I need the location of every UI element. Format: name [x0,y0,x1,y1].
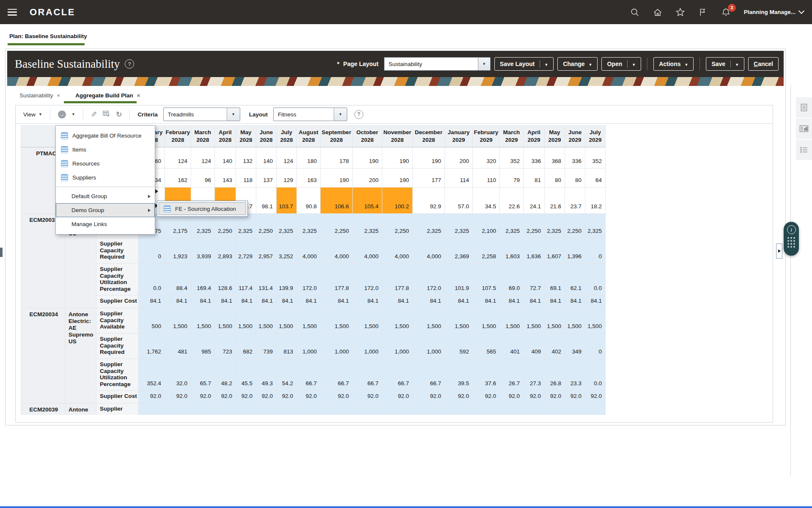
grid-cell[interactable] [256,403,277,415]
grid-cell[interactable]: 84.1 [500,295,524,308]
assistant-widget[interactable] [784,222,799,256]
grid-cell[interactable]: 2,325 [353,214,382,238]
grid-cell[interactable] [139,403,165,415]
grid-cell[interactable]: 1,500 [545,308,565,334]
grid-cell[interactable]: 92.0 [500,391,524,403]
grid-cell[interactable]: 92.0 [191,391,215,403]
grid-cell[interactable]: 32.0 [165,359,191,391]
column-header-month[interactable]: June2028 [256,126,277,147]
grid-cell[interactable]: 0 [585,334,606,359]
grid-cell[interactable]: 1,607 [545,238,565,264]
grid-cell[interactable]: 2,250 [382,214,413,238]
grid-cell[interactable] [353,403,382,415]
grid-cell[interactable]: 200 [353,168,382,188]
grid-cell[interactable] [297,403,321,415]
grid-cell[interactable] [500,403,524,415]
grid-cell[interactable]: 2,250 [565,214,585,238]
grid-cell[interactable]: 163 [297,168,321,188]
menu-item-demo-group[interactable]: Demo Group [56,203,155,217]
grid-cell[interactable]: 1,000 [353,334,382,359]
grid-cell[interactable]: 118 [236,168,256,188]
change-button[interactable]: Change [557,57,598,71]
grid-cell[interactable]: 54.2 [277,359,297,391]
grid-cell[interactable]: 84.1 [585,295,606,308]
layout-select[interactable]: Fitness [273,108,347,121]
grid-cell[interactable]: 92.0 [256,391,277,403]
grid-cell[interactable]: 2,325 [191,214,215,238]
grid-cell[interactable]: 409 [524,334,545,359]
column-header-month[interactable]: June2029 [565,126,585,147]
grid-cell[interactable]: 84.1 [565,295,585,308]
navigation-menu-icon[interactable] [8,9,17,16]
left-splitter-handle[interactable] [0,248,3,257]
grid-cell[interactable]: 1,000 [321,334,353,359]
dropdown-caret-icon[interactable] [227,108,240,121]
row-expand-arrow-icon[interactable] [155,189,158,193]
grid-cell[interactable]: 1,500 [473,308,500,334]
grid-cell[interactable]: 110 [473,168,500,188]
grid-cell[interactable]: 1,000 [382,334,413,359]
grid-cell[interactable]: 1,636 [524,238,545,264]
grid-cell[interactable]: 1,500 [277,308,297,334]
grid-cell[interactable]: 92.0 [413,391,445,403]
column-header-month[interactable]: February2028 [165,126,191,147]
grid-cell[interactable] [445,403,473,415]
column-header-month[interactable]: March2029 [500,126,524,147]
grid-cell[interactable]: 81 [524,168,545,188]
grid-cell[interactable]: 2,325 [236,214,256,238]
grid-cell[interactable]: 177.8 [382,264,413,295]
grid-cell[interactable]: 23.3 [565,359,585,391]
grid-cell[interactable]: 92.0 [445,391,473,403]
grid-cell[interactable]: 131.4 [256,264,277,295]
grid-cell[interactable]: 84.1 [191,295,215,308]
tab-aggregate-build-plan[interactable]: Aggregate Build Plan [75,92,140,99]
page-layout-select[interactable]: Sustainability [384,57,491,71]
grid-cell[interactable]: 90.8 [297,188,321,214]
grid-cell[interactable]: 2,893 [215,238,236,264]
grid-cell[interactable]: 1,000 [297,334,321,359]
grid-cell[interactable]: 106.6 [321,188,353,214]
grid-cell[interactable]: 177 [413,168,445,188]
grid-cell[interactable]: 84.1 [139,295,165,308]
column-header-month[interactable]: October2028 [353,126,382,147]
cancel-button[interactable]: Cancel [748,57,779,71]
measure-cell[interactable]: Supplier Cost [96,295,139,308]
grid-cell[interactable]: 2,250 [215,214,236,238]
grid-cell[interactable]: 1,500 [256,308,277,334]
grid-cell[interactable]: 79 [500,168,524,188]
grid-cell[interactable]: 72.7 [524,264,545,295]
grid-cell[interactable]: 124 [191,147,215,168]
grid-cell[interactable]: 2,175 [165,214,191,238]
grid-cell[interactable] [585,403,606,415]
grid-cell[interactable]: 137 [256,168,277,188]
grid-cell[interactable]: 4,000 [353,238,382,264]
grid-cell[interactable]: 92.0 [297,391,321,403]
supplier-cell[interactable]: Antone Electric: AE Supremo US [66,308,96,403]
grid-cell[interactable]: 2,250 [524,214,545,238]
grid-cell[interactable]: 92.0 [321,391,353,403]
document-panel-icon[interactable] [796,97,812,118]
grid-cell[interactable]: 88.4 [165,264,191,295]
grid-cell[interactable]: 180 [297,147,321,168]
grid-cell[interactable]: 84.1 [256,295,277,308]
grid-cell[interactable]: 2,100 [473,214,500,238]
column-header-month[interactable]: April2029 [524,126,545,147]
help-icon[interactable] [125,59,134,69]
grid-cell[interactable] [236,403,256,415]
grid-cell[interactable]: 66.7 [353,359,382,391]
grid-cell[interactable]: 1,500 [191,308,215,334]
close-icon[interactable] [137,92,140,99]
grid-cell[interactable]: 69.1 [545,264,565,295]
grid-cell[interactable]: 1,500 [565,308,585,334]
save-caret-icon[interactable] [735,61,739,67]
column-header-month[interactable]: March2028 [191,126,215,147]
tab-sustainability[interactable]: Sustainability [19,92,60,99]
grid-cell[interactable]: 723 [215,334,236,359]
grid-cell[interactable]: 143 [215,168,236,188]
change-caret-icon[interactable] [589,61,593,67]
measure-cell[interactable]: Supplier Cost [96,391,139,403]
grid-cell[interactable]: 2,250 [256,214,277,238]
grid-cell[interactable]: 114 [445,168,473,188]
grid-cell[interactable]: 92.0 [473,391,500,403]
grid-cell[interactable]: 500 [139,308,165,334]
